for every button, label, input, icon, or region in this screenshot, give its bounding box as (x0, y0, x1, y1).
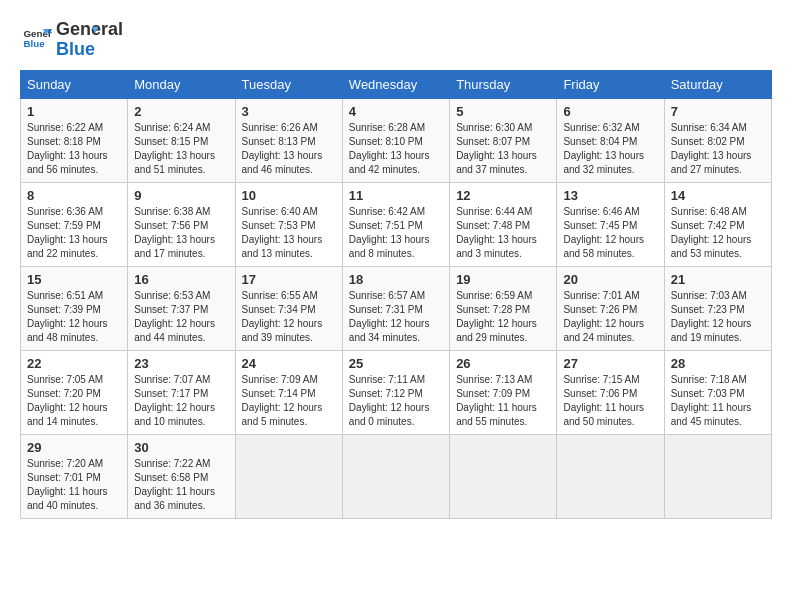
day-info: Sunrise: 7:01 AM Sunset: 7:26 PM Dayligh… (563, 289, 657, 345)
calendar-cell: 9Sunrise: 6:38 AM Sunset: 7:56 PM Daylig… (128, 182, 235, 266)
day-info: Sunrise: 6:26 AM Sunset: 8:13 PM Dayligh… (242, 121, 336, 177)
calendar-cell: 14Sunrise: 6:48 AM Sunset: 7:42 PM Dayli… (664, 182, 771, 266)
calendar-cell: 29Sunrise: 7:20 AM Sunset: 7:01 PM Dayli… (21, 434, 128, 518)
calendar-cell: 25Sunrise: 7:11 AM Sunset: 7:12 PM Dayli… (342, 350, 449, 434)
calendar-cell: 5Sunrise: 6:30 AM Sunset: 8:07 PM Daylig… (450, 98, 557, 182)
day-info: Sunrise: 6:48 AM Sunset: 7:42 PM Dayligh… (671, 205, 765, 261)
svg-text:Blue: Blue (24, 38, 46, 49)
day-info: Sunrise: 7:13 AM Sunset: 7:09 PM Dayligh… (456, 373, 550, 429)
svg-marker-5 (92, 27, 98, 33)
column-header-monday: Monday (128, 70, 235, 98)
day-info: Sunrise: 6:38 AM Sunset: 7:56 PM Dayligh… (134, 205, 228, 261)
column-header-saturday: Saturday (664, 70, 771, 98)
day-number: 11 (349, 188, 443, 203)
day-number: 24 (242, 356, 336, 371)
calendar-cell: 30Sunrise: 7:22 AM Sunset: 6:58 PM Dayli… (128, 434, 235, 518)
day-info: Sunrise: 7:05 AM Sunset: 7:20 PM Dayligh… (27, 373, 121, 429)
day-number: 28 (671, 356, 765, 371)
day-info: Sunrise: 7:03 AM Sunset: 7:23 PM Dayligh… (671, 289, 765, 345)
calendar-cell: 11Sunrise: 6:42 AM Sunset: 7:51 PM Dayli… (342, 182, 449, 266)
calendar-cell: 22Sunrise: 7:05 AM Sunset: 7:20 PM Dayli… (21, 350, 128, 434)
calendar-cell: 7Sunrise: 6:34 AM Sunset: 8:02 PM Daylig… (664, 98, 771, 182)
day-info: Sunrise: 6:24 AM Sunset: 8:15 PM Dayligh… (134, 121, 228, 177)
column-header-tuesday: Tuesday (235, 70, 342, 98)
calendar-week-3: 15Sunrise: 6:51 AM Sunset: 7:39 PM Dayli… (21, 266, 772, 350)
day-number: 18 (349, 272, 443, 287)
day-info: Sunrise: 6:30 AM Sunset: 8:07 PM Dayligh… (456, 121, 550, 177)
calendar-cell: 13Sunrise: 6:46 AM Sunset: 7:45 PM Dayli… (557, 182, 664, 266)
calendar-cell: 26Sunrise: 7:13 AM Sunset: 7:09 PM Dayli… (450, 350, 557, 434)
day-number: 13 (563, 188, 657, 203)
day-info: Sunrise: 7:09 AM Sunset: 7:14 PM Dayligh… (242, 373, 336, 429)
day-number: 3 (242, 104, 336, 119)
day-info: Sunrise: 6:46 AM Sunset: 7:45 PM Dayligh… (563, 205, 657, 261)
calendar-week-1: 1Sunrise: 6:22 AM Sunset: 8:18 PM Daylig… (21, 98, 772, 182)
column-header-thursday: Thursday (450, 70, 557, 98)
calendar-cell: 2Sunrise: 6:24 AM Sunset: 8:15 PM Daylig… (128, 98, 235, 182)
day-number: 17 (242, 272, 336, 287)
calendar-cell: 1Sunrise: 6:22 AM Sunset: 8:18 PM Daylig… (21, 98, 128, 182)
calendar-header-row: SundayMondayTuesdayWednesdayThursdayFrid… (21, 70, 772, 98)
calendar-cell: 23Sunrise: 7:07 AM Sunset: 7:17 PM Dayli… (128, 350, 235, 434)
day-number: 19 (456, 272, 550, 287)
day-number: 15 (27, 272, 121, 287)
calendar-cell: 12Sunrise: 6:44 AM Sunset: 7:48 PM Dayli… (450, 182, 557, 266)
day-number: 14 (671, 188, 765, 203)
calendar-cell: 16Sunrise: 6:53 AM Sunset: 7:37 PM Dayli… (128, 266, 235, 350)
calendar-cell: 24Sunrise: 7:09 AM Sunset: 7:14 PM Dayli… (235, 350, 342, 434)
day-info: Sunrise: 6:51 AM Sunset: 7:39 PM Dayligh… (27, 289, 121, 345)
day-number: 20 (563, 272, 657, 287)
calendar-cell: 21Sunrise: 7:03 AM Sunset: 7:23 PM Dayli… (664, 266, 771, 350)
calendar-cell: 8Sunrise: 6:36 AM Sunset: 7:59 PM Daylig… (21, 182, 128, 266)
day-number: 1 (27, 104, 121, 119)
day-info: Sunrise: 7:18 AM Sunset: 7:03 PM Dayligh… (671, 373, 765, 429)
day-info: Sunrise: 6:57 AM Sunset: 7:31 PM Dayligh… (349, 289, 443, 345)
day-number: 5 (456, 104, 550, 119)
day-number: 22 (27, 356, 121, 371)
day-info: Sunrise: 7:15 AM Sunset: 7:06 PM Dayligh… (563, 373, 657, 429)
day-info: Sunrise: 7:11 AM Sunset: 7:12 PM Dayligh… (349, 373, 443, 429)
day-number: 23 (134, 356, 228, 371)
header: General Blue General Blue (20, 20, 772, 60)
calendar-cell: 28Sunrise: 7:18 AM Sunset: 7:03 PM Dayli… (664, 350, 771, 434)
day-info: Sunrise: 6:55 AM Sunset: 7:34 PM Dayligh… (242, 289, 336, 345)
calendar-table: SundayMondayTuesdayWednesdayThursdayFrid… (20, 70, 772, 519)
day-number: 21 (671, 272, 765, 287)
calendar-cell (342, 434, 449, 518)
calendar-cell: 10Sunrise: 6:40 AM Sunset: 7:53 PM Dayli… (235, 182, 342, 266)
calendar-week-4: 22Sunrise: 7:05 AM Sunset: 7:20 PM Dayli… (21, 350, 772, 434)
day-number: 6 (563, 104, 657, 119)
calendar-cell: 15Sunrise: 6:51 AM Sunset: 7:39 PM Dayli… (21, 266, 128, 350)
day-number: 12 (456, 188, 550, 203)
calendar-cell: 18Sunrise: 6:57 AM Sunset: 7:31 PM Dayli… (342, 266, 449, 350)
day-number: 27 (563, 356, 657, 371)
calendar-cell: 3Sunrise: 6:26 AM Sunset: 8:13 PM Daylig… (235, 98, 342, 182)
day-info: Sunrise: 6:44 AM Sunset: 7:48 PM Dayligh… (456, 205, 550, 261)
day-number: 10 (242, 188, 336, 203)
day-info: Sunrise: 6:59 AM Sunset: 7:28 PM Dayligh… (456, 289, 550, 345)
calendar-cell: 27Sunrise: 7:15 AM Sunset: 7:06 PM Dayli… (557, 350, 664, 434)
calendar-cell (235, 434, 342, 518)
day-info: Sunrise: 6:36 AM Sunset: 7:59 PM Dayligh… (27, 205, 121, 261)
calendar-cell: 19Sunrise: 6:59 AM Sunset: 7:28 PM Dayli… (450, 266, 557, 350)
day-info: Sunrise: 6:42 AM Sunset: 7:51 PM Dayligh… (349, 205, 443, 261)
calendar-cell: 20Sunrise: 7:01 AM Sunset: 7:26 PM Dayli… (557, 266, 664, 350)
day-number: 30 (134, 440, 228, 455)
column-header-wednesday: Wednesday (342, 70, 449, 98)
day-number: 7 (671, 104, 765, 119)
day-info: Sunrise: 7:20 AM Sunset: 7:01 PM Dayligh… (27, 457, 121, 513)
day-number: 8 (27, 188, 121, 203)
calendar-cell (557, 434, 664, 518)
day-number: 9 (134, 188, 228, 203)
calendar-cell: 4Sunrise: 6:28 AM Sunset: 8:10 PM Daylig… (342, 98, 449, 182)
column-header-sunday: Sunday (21, 70, 128, 98)
day-number: 25 (349, 356, 443, 371)
column-header-friday: Friday (557, 70, 664, 98)
day-info: Sunrise: 6:40 AM Sunset: 7:53 PM Dayligh… (242, 205, 336, 261)
day-info: Sunrise: 6:53 AM Sunset: 7:37 PM Dayligh… (134, 289, 228, 345)
day-number: 4 (349, 104, 443, 119)
logo: General Blue General Blue (20, 20, 98, 60)
day-info: Sunrise: 7:07 AM Sunset: 7:17 PM Dayligh… (134, 373, 228, 429)
calendar-cell: 17Sunrise: 6:55 AM Sunset: 7:34 PM Dayli… (235, 266, 342, 350)
day-number: 26 (456, 356, 550, 371)
